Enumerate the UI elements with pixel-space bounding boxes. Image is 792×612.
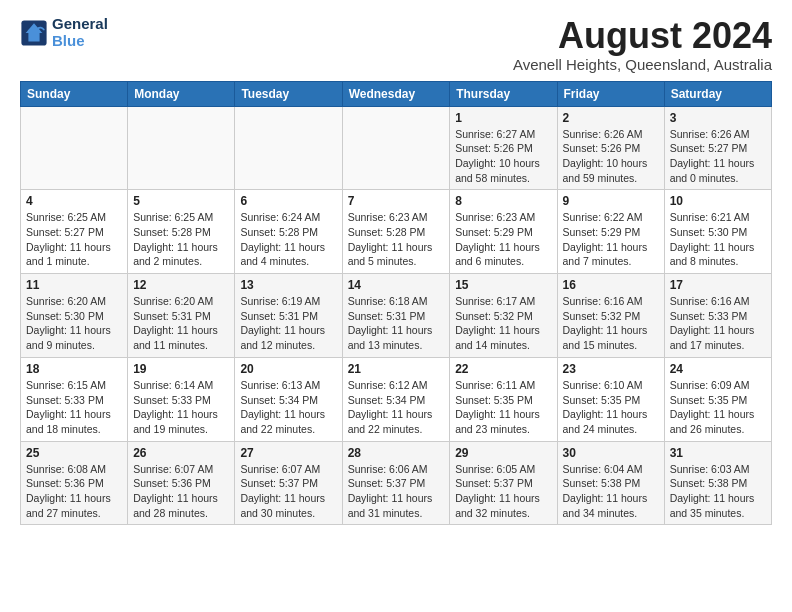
- day-number: 27: [240, 446, 336, 460]
- day-info: Sunrise: 6:24 AM Sunset: 5:28 PM Dayligh…: [240, 210, 336, 269]
- day-info: Sunrise: 6:07 AM Sunset: 5:37 PM Dayligh…: [240, 462, 336, 521]
- calendar-cell: [21, 106, 128, 190]
- calendar-cell: 7Sunrise: 6:23 AM Sunset: 5:28 PM Daylig…: [342, 190, 450, 274]
- day-number: 8: [455, 194, 551, 208]
- calendar-cell: 9Sunrise: 6:22 AM Sunset: 5:29 PM Daylig…: [557, 190, 664, 274]
- day-info: Sunrise: 6:06 AM Sunset: 5:37 PM Dayligh…: [348, 462, 445, 521]
- day-number: 21: [348, 362, 445, 376]
- calendar-cell: 31Sunrise: 6:03 AM Sunset: 5:38 PM Dayli…: [664, 441, 771, 525]
- day-info: Sunrise: 6:04 AM Sunset: 5:38 PM Dayligh…: [563, 462, 659, 521]
- day-number: 14: [348, 278, 445, 292]
- calendar-cell: 24Sunrise: 6:09 AM Sunset: 5:35 PM Dayli…: [664, 357, 771, 441]
- day-info: Sunrise: 6:23 AM Sunset: 5:29 PM Dayligh…: [455, 210, 551, 269]
- title-section: August 2024 Avenell Heights, Queensland,…: [513, 16, 772, 73]
- calendar-cell: 5Sunrise: 6:25 AM Sunset: 5:28 PM Daylig…: [128, 190, 235, 274]
- day-number: 29: [455, 446, 551, 460]
- day-number: 6: [240, 194, 336, 208]
- day-number: 12: [133, 278, 229, 292]
- day-info: Sunrise: 6:21 AM Sunset: 5:30 PM Dayligh…: [670, 210, 766, 269]
- day-number: 7: [348, 194, 445, 208]
- day-info: Sunrise: 6:17 AM Sunset: 5:32 PM Dayligh…: [455, 294, 551, 353]
- calendar-cell: 13Sunrise: 6:19 AM Sunset: 5:31 PM Dayli…: [235, 274, 342, 358]
- header: General Blue August 2024 Avenell Heights…: [20, 16, 772, 73]
- day-info: Sunrise: 6:25 AM Sunset: 5:27 PM Dayligh…: [26, 210, 122, 269]
- logo: General Blue: [20, 16, 108, 49]
- day-number: 16: [563, 278, 659, 292]
- day-number: 28: [348, 446, 445, 460]
- calendar-header-row: SundayMondayTuesdayWednesdayThursdayFrid…: [21, 81, 772, 106]
- calendar-cell: 25Sunrise: 6:08 AM Sunset: 5:36 PM Dayli…: [21, 441, 128, 525]
- calendar-cell: 26Sunrise: 6:07 AM Sunset: 5:36 PM Dayli…: [128, 441, 235, 525]
- calendar-week-row: 25Sunrise: 6:08 AM Sunset: 5:36 PM Dayli…: [21, 441, 772, 525]
- day-number: 10: [670, 194, 766, 208]
- calendar-cell: [128, 106, 235, 190]
- calendar-header-saturday: Saturday: [664, 81, 771, 106]
- calendar-cell: 21Sunrise: 6:12 AM Sunset: 5:34 PM Dayli…: [342, 357, 450, 441]
- calendar-cell: 11Sunrise: 6:20 AM Sunset: 5:30 PM Dayli…: [21, 274, 128, 358]
- calendar-cell: 4Sunrise: 6:25 AM Sunset: 5:27 PM Daylig…: [21, 190, 128, 274]
- logo-text: General Blue: [52, 16, 108, 49]
- day-info: Sunrise: 6:16 AM Sunset: 5:32 PM Dayligh…: [563, 294, 659, 353]
- calendar-cell: 28Sunrise: 6:06 AM Sunset: 5:37 PM Dayli…: [342, 441, 450, 525]
- day-info: Sunrise: 6:12 AM Sunset: 5:34 PM Dayligh…: [348, 378, 445, 437]
- day-number: 19: [133, 362, 229, 376]
- day-number: 2: [563, 111, 659, 125]
- day-info: Sunrise: 6:20 AM Sunset: 5:31 PM Dayligh…: [133, 294, 229, 353]
- calendar-cell: 15Sunrise: 6:17 AM Sunset: 5:32 PM Dayli…: [450, 274, 557, 358]
- day-number: 5: [133, 194, 229, 208]
- calendar-cell: 22Sunrise: 6:11 AM Sunset: 5:35 PM Dayli…: [450, 357, 557, 441]
- calendar-header-wednesday: Wednesday: [342, 81, 450, 106]
- day-info: Sunrise: 6:08 AM Sunset: 5:36 PM Dayligh…: [26, 462, 122, 521]
- day-info: Sunrise: 6:26 AM Sunset: 5:27 PM Dayligh…: [670, 127, 766, 186]
- calendar-header-thursday: Thursday: [450, 81, 557, 106]
- day-info: Sunrise: 6:18 AM Sunset: 5:31 PM Dayligh…: [348, 294, 445, 353]
- day-number: 15: [455, 278, 551, 292]
- calendar-cell: 12Sunrise: 6:20 AM Sunset: 5:31 PM Dayli…: [128, 274, 235, 358]
- day-number: 24: [670, 362, 766, 376]
- day-info: Sunrise: 6:05 AM Sunset: 5:37 PM Dayligh…: [455, 462, 551, 521]
- calendar-cell: 17Sunrise: 6:16 AM Sunset: 5:33 PM Dayli…: [664, 274, 771, 358]
- calendar-cell: 10Sunrise: 6:21 AM Sunset: 5:30 PM Dayli…: [664, 190, 771, 274]
- calendar-header-tuesday: Tuesday: [235, 81, 342, 106]
- day-number: 4: [26, 194, 122, 208]
- day-info: Sunrise: 6:11 AM Sunset: 5:35 PM Dayligh…: [455, 378, 551, 437]
- logo-icon: [20, 19, 48, 47]
- calendar-cell: 30Sunrise: 6:04 AM Sunset: 5:38 PM Dayli…: [557, 441, 664, 525]
- calendar-cell: 14Sunrise: 6:18 AM Sunset: 5:31 PM Dayli…: [342, 274, 450, 358]
- day-info: Sunrise: 6:15 AM Sunset: 5:33 PM Dayligh…: [26, 378, 122, 437]
- day-number: 26: [133, 446, 229, 460]
- calendar-cell: 18Sunrise: 6:15 AM Sunset: 5:33 PM Dayli…: [21, 357, 128, 441]
- day-number: 1: [455, 111, 551, 125]
- day-number: 25: [26, 446, 122, 460]
- day-number: 3: [670, 111, 766, 125]
- day-info: Sunrise: 6:27 AM Sunset: 5:26 PM Dayligh…: [455, 127, 551, 186]
- calendar-cell: [235, 106, 342, 190]
- day-number: 23: [563, 362, 659, 376]
- day-info: Sunrise: 6:09 AM Sunset: 5:35 PM Dayligh…: [670, 378, 766, 437]
- day-number: 18: [26, 362, 122, 376]
- day-info: Sunrise: 6:13 AM Sunset: 5:34 PM Dayligh…: [240, 378, 336, 437]
- day-info: Sunrise: 6:07 AM Sunset: 5:36 PM Dayligh…: [133, 462, 229, 521]
- day-info: Sunrise: 6:19 AM Sunset: 5:31 PM Dayligh…: [240, 294, 336, 353]
- day-info: Sunrise: 6:10 AM Sunset: 5:35 PM Dayligh…: [563, 378, 659, 437]
- day-number: 22: [455, 362, 551, 376]
- day-number: 11: [26, 278, 122, 292]
- day-number: 20: [240, 362, 336, 376]
- calendar-cell: 6Sunrise: 6:24 AM Sunset: 5:28 PM Daylig…: [235, 190, 342, 274]
- calendar-header-sunday: Sunday: [21, 81, 128, 106]
- day-info: Sunrise: 6:03 AM Sunset: 5:38 PM Dayligh…: [670, 462, 766, 521]
- day-number: 9: [563, 194, 659, 208]
- calendar-cell: [342, 106, 450, 190]
- day-info: Sunrise: 6:26 AM Sunset: 5:26 PM Dayligh…: [563, 127, 659, 186]
- calendar-week-row: 4Sunrise: 6:25 AM Sunset: 5:27 PM Daylig…: [21, 190, 772, 274]
- calendar-week-row: 11Sunrise: 6:20 AM Sunset: 5:30 PM Dayli…: [21, 274, 772, 358]
- calendar-cell: 19Sunrise: 6:14 AM Sunset: 5:33 PM Dayli…: [128, 357, 235, 441]
- calendar-cell: 27Sunrise: 6:07 AM Sunset: 5:37 PM Dayli…: [235, 441, 342, 525]
- calendar-cell: 29Sunrise: 6:05 AM Sunset: 5:37 PM Dayli…: [450, 441, 557, 525]
- calendar-cell: 2Sunrise: 6:26 AM Sunset: 5:26 PM Daylig…: [557, 106, 664, 190]
- day-info: Sunrise: 6:14 AM Sunset: 5:33 PM Dayligh…: [133, 378, 229, 437]
- calendar-cell: 20Sunrise: 6:13 AM Sunset: 5:34 PM Dayli…: [235, 357, 342, 441]
- day-info: Sunrise: 6:16 AM Sunset: 5:33 PM Dayligh…: [670, 294, 766, 353]
- day-number: 13: [240, 278, 336, 292]
- subtitle: Avenell Heights, Queensland, Australia: [513, 56, 772, 73]
